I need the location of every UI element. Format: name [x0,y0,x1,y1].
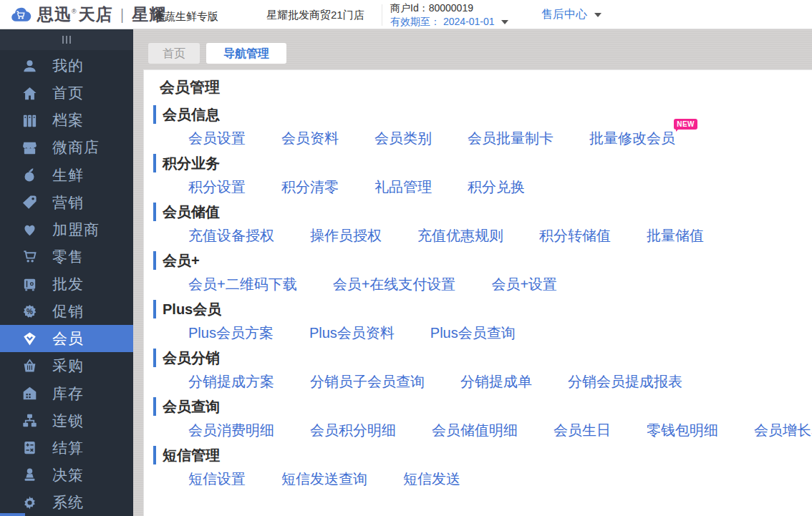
caret-down-icon [594,13,601,17]
section-heading: 短信管理 [153,446,812,464]
gear-icon [21,495,38,511]
sidebar-item-promotion[interactable]: %促销 [0,298,133,325]
nav-link[interactable]: 积分转储值 [539,226,611,245]
content-panel: 会员管理 会员信息会员设置会员资料会员类别会员批量制卡批量修改会员NEW积分业务… [143,69,812,516]
section-link-row: 充值设备授权操作员授权充值优惠规则积分转储值批量储值 [188,226,812,245]
section-heading: 会员+ [153,251,812,270]
sidebar-item-marketing[interactable]: 营销 [0,189,133,216]
nav-link[interactable]: 短信发送 [403,469,460,488]
merchant-id: 商户Id：80000019 [390,1,508,15]
sidebar-item-microshop[interactable]: 微商店 [0,134,133,161]
nav-link[interactable]: 充值优惠规则 [417,226,503,245]
nav-link[interactable]: Plus会员方案 [188,323,274,342]
sidebar-item-chain[interactable]: 连锁 [0,407,133,434]
sidebar-item-label: 采购 [52,356,84,376]
nav-link[interactable]: 操作员授权 [310,226,382,245]
nav-link[interactable]: 零钱包明细 [647,421,718,439]
sidebar-item-label: 促销 [52,301,84,321]
sidebar-item-label: 加盟商 [52,220,100,240]
nav-link[interactable]: 短信发送查询 [281,469,367,488]
nav-link[interactable]: 会员增长表 [754,421,812,439]
nav-link[interactable]: 会员+二维码下载 [188,275,297,293]
nav-link[interactable]: 礼品管理 [374,177,432,196]
nav-link[interactable]: 积分设置 [188,177,246,196]
home-icon [21,85,38,102]
merchant-info: 商户Id：80000019 有效期至： 2024-01-01 [390,1,508,29]
nav-link[interactable]: 积分兑换 [468,177,525,196]
store-name: 星耀批发商贸21门店 [266,9,364,22]
nav-section: 积分业务积分设置积分清零礼品管理积分兑换 [153,154,812,196]
apple-icon [21,167,38,183]
horizontal-scrollbar-thumb[interactable] [0,513,25,516]
nav-link[interactable]: 会员生日 [554,421,611,439]
nav-link[interactable]: 充值设备授权 [188,226,274,245]
section-heading: 会员储值 [153,203,812,221]
grip-icon [69,36,71,44]
sidebar-item-label: 生鲜 [52,165,84,185]
shop-icon [21,140,38,156]
support-center-dropdown[interactable]: 售后中心 [541,7,601,22]
grip-icon [66,36,67,44]
support-center-label: 售后中心 [541,8,587,20]
nav-link[interactable]: 会员设置 [188,129,246,147]
nav-link[interactable]: 会员消费明细 [188,421,274,439]
sidebar-item-purchase[interactable]: 采购 [0,352,133,379]
tab-bar: 首页导航管理 [148,43,286,64]
new-badge: NEW [674,119,697,130]
sidebar-item-member[interactable]: 会员 [0,325,133,352]
sidebar-item-settlement[interactable]: 结算 [0,434,133,462]
nav-section: 会员+会员+二维码下载会员+在线支付设置会员+设置 [153,251,812,293]
sidebar-item-retail[interactable]: 零售 [0,243,133,271]
sidebar-item-label: 营销 [52,193,84,213]
section-heading: 会员信息 [153,105,812,124]
handshake-icon [21,221,38,238]
nav-link[interactable]: 会员+在线支付设置 [333,275,456,293]
nav-link[interactable]: 分销会员提成报表 [568,372,682,391]
logo-text: 思迅®天店｜星耀 [37,4,166,26]
sidebar-item-fresh[interactable]: 生鲜 [0,162,133,189]
validity-dropdown[interactable]: 有效期至： 2024-01-01 [390,15,508,29]
nav-section: Plus会员Plus会员方案Plus会员资料Plus会员查询 [153,300,812,342]
sidebar-item-my[interactable]: 我的 [0,52,133,79]
sidebar-item-decision[interactable]: 决策 [0,462,133,489]
nav-link[interactable]: 会员批量制卡 [468,129,554,147]
sidebar-nav: 我的首页档案微商店生鲜营销加盟商零售批发%促销会员采购库存连锁结算决策系统 [0,50,133,516]
sidebar-collapse-toggle[interactable] [0,29,133,50]
sidebar-item-label: 会员 [52,328,84,349]
nav-link[interactable]: 会员+设置 [491,275,557,293]
sidebar-item-home[interactable]: 首页 [0,79,133,107]
sidebar-item-franchise[interactable]: 加盟商 [0,216,133,243]
sidebar-item-label: 微商店 [52,137,100,157]
sidebar-item-system[interactable]: 系统 [0,489,133,516]
nav-link[interactable]: 积分清零 [281,177,339,196]
nav-link[interactable]: 会员储值明细 [432,421,518,439]
sidebar-item-label: 首页 [52,83,84,103]
sidebar-item-label: 连锁 [52,411,84,431]
nav-link[interactable]: Plus会员资料 [309,323,395,342]
nav-link[interactable]: Plus会员查询 [430,323,516,342]
sidebar-item-wholesale[interactable]: 批发 [0,271,133,298]
nav-link[interactable]: 会员类别 [374,129,432,147]
nav-link[interactable]: 会员资料 [281,129,339,147]
sidebar-item-label: 我的 [52,56,84,76]
nav-link[interactable]: 分销提成单 [460,372,532,391]
section-heading: 会员分销 [153,349,812,367]
page-title: 会员管理 [160,77,812,97]
sidebar-item-label: 零售 [52,247,84,267]
nav-link[interactable]: 分销提成方案 [188,372,274,391]
archive-icon [21,112,38,129]
nav-link[interactable]: 分销员子会员查询 [310,372,425,391]
cart-icon [21,248,38,265]
tab-navigation[interactable]: 导航管理 [206,43,286,64]
nav-link[interactable]: 短信设置 [188,469,246,488]
sidebar-item-archive[interactable]: 档案 [0,107,133,134]
nav-link[interactable]: 会员积分明细 [310,421,396,439]
calculator-icon [21,439,38,456]
tab-home[interactable]: 首页 [148,43,200,64]
sidebar-item-inventory[interactable]: 库存 [0,380,133,407]
nav-link[interactable]: 批量修改会员NEW [589,129,675,147]
nav-section: 会员储值充值设备授权操作员授权充值优惠规则积分转储值批量储值 [153,203,812,245]
nav-link[interactable]: 批量储值 [647,226,704,245]
validity-label: 有效期至： [390,16,440,27]
section-link-row: 分销提成方案分销员子会员查询分销提成单分销会员提成报表 [188,372,812,391]
